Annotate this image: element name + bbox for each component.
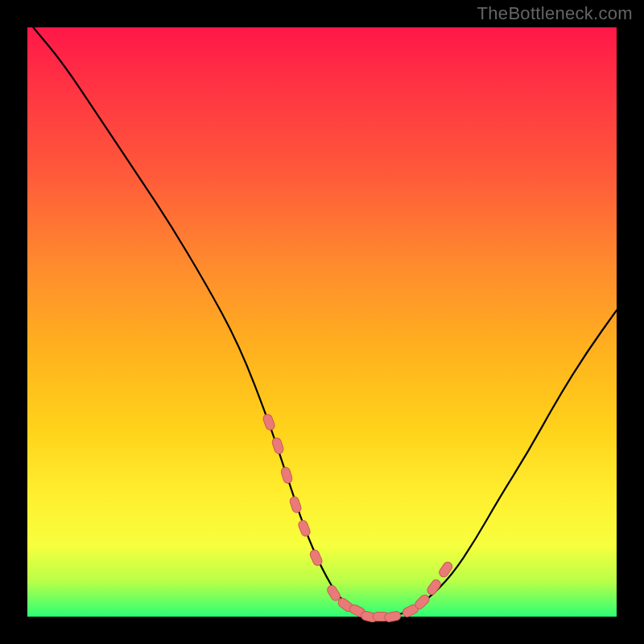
highlight-dot bbox=[297, 519, 312, 538]
chart-frame: TheBottleneck.com bbox=[0, 0, 644, 644]
highlight-dot bbox=[280, 466, 293, 484]
highlight-dot bbox=[271, 436, 285, 454]
highlight-dot bbox=[438, 560, 454, 579]
highlight-dot bbox=[289, 496, 303, 514]
highlight-dots bbox=[262, 413, 453, 623]
highlight-dot bbox=[262, 413, 275, 431]
plot-area bbox=[27, 27, 617, 617]
highlight-dot bbox=[426, 578, 443, 597]
chart-svg bbox=[27, 27, 617, 617]
bottleneck-curve bbox=[33, 27, 617, 617]
watermark-text: TheBottleneck.com bbox=[477, 3, 633, 24]
highlight-dot bbox=[309, 548, 324, 567]
